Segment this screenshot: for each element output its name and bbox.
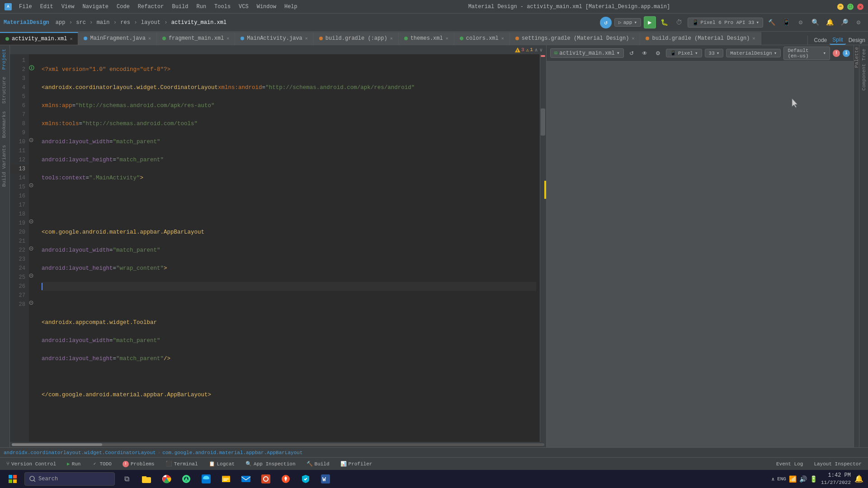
design-view-button[interactable]: Design: [846, 36, 868, 44]
component-tree-label[interactable]: Component Tree: [861, 49, 867, 90]
preview-refresh-button[interactable]: ↺: [627, 49, 637, 57]
tab-close[interactable]: ✕: [390, 36, 393, 41]
settings-button[interactable]: ⚙: [853, 17, 864, 28]
minimize-button[interactable]: −: [837, 4, 844, 10]
h-scroll-track[interactable]: [12, 443, 544, 446]
tab-close[interactable]: ✕: [226, 36, 229, 41]
preview-settings-button[interactable]: ⚙: [653, 49, 663, 57]
taskbar-chrome[interactable]: [158, 471, 175, 487]
preview-theme-selector[interactable]: MaterialDesign ▾: [726, 49, 781, 57]
avd-button[interactable]: 📱: [780, 17, 792, 28]
sdk-button[interactable]: ⚙: [795, 17, 807, 28]
breadcrumb-coordinator[interactable]: androidx.coordinatorlayout.widget.Coordi…: [4, 450, 156, 455]
pixel-selector[interactable]: 📱 Pixel 6 Pro API 33 ▾: [688, 18, 763, 28]
tab-build-gradle-app[interactable]: build.gradle (:app) ✕: [314, 32, 399, 45]
gutter-25[interactable]: [29, 271, 38, 280]
taskbar-search-button[interactable]: Search: [24, 472, 115, 486]
breadcrumb-file[interactable]: activity_main.xml: [171, 19, 226, 26]
tab-main-activity[interactable]: MainActivity.java ✕: [235, 32, 313, 45]
breadcrumb-appbar[interactable]: com.google.android.material.appbar.AppBa…: [162, 450, 302, 455]
notifications-button[interactable]: 🔔: [824, 17, 835, 28]
menu-help[interactable]: Help: [281, 3, 301, 11]
taskbar-files[interactable]: [218, 471, 234, 487]
breadcrumb-src[interactable]: src: [76, 19, 86, 26]
tab-close[interactable]: ✕: [70, 36, 72, 42]
menu-file[interactable]: File: [15, 3, 36, 11]
tab-close[interactable]: ✕: [446, 36, 448, 41]
menu-vcs[interactable]: VCS: [235, 3, 252, 11]
tab-settings-gradle[interactable]: settings.gradle (Material Design) ✕: [510, 32, 641, 45]
horizontal-scrollbar[interactable]: [10, 442, 546, 447]
build-variants-button[interactable]: 🔨: [766, 17, 778, 28]
gutter-28[interactable]: [29, 298, 38, 307]
version-control-button[interactable]: ⑂ Version Control: [4, 460, 59, 468]
menu-tools[interactable]: Tools: [211, 3, 234, 11]
notification-center-icon[interactable]: 🔔: [854, 474, 863, 483]
preview-api-selector[interactable]: 33 ▾: [705, 49, 724, 57]
problems-button[interactable]: ! Problems: [120, 460, 157, 468]
tray-battery[interactable]: 🔋: [810, 475, 817, 483]
layout-inspector-button[interactable]: Layout Inspector: [811, 460, 864, 468]
tab-colors[interactable]: colors.xml ✕: [454, 32, 510, 45]
menu-refactor[interactable]: Refactor: [134, 3, 168, 11]
taskbar-brave[interactable]: [278, 471, 294, 487]
code-view-button[interactable]: Code: [811, 36, 830, 44]
tab-close[interactable]: ✕: [148, 36, 151, 41]
code-text[interactable]: <?xml version="1.0" encoding="utf-8"?> <…: [38, 54, 540, 442]
menu-edit[interactable]: Edit: [37, 3, 57, 11]
taskbar-browser[interactable]: [198, 471, 214, 487]
preview-locale-selector[interactable]: Default (en-us) ▾: [783, 47, 830, 60]
project-panel-tab[interactable]: Project: [0, 45, 9, 73]
h-scroll-thumb[interactable]: [12, 443, 102, 446]
palette-label[interactable]: Palette: [854, 47, 859, 68]
taskbar-powerpoint[interactable]: [258, 471, 274, 487]
tab-close[interactable]: ✕: [632, 36, 634, 41]
bookmarks-panel-tab[interactable]: Bookmarks: [0, 108, 9, 141]
tray-lang[interactable]: ENG: [777, 476, 786, 482]
breadcrumb-res[interactable]: res: [120, 19, 130, 26]
run-panel-button[interactable]: ▶ Run: [64, 460, 83, 468]
clock[interactable]: 1:42 PM 11/27/2022: [821, 472, 851, 486]
menu-navigate[interactable]: Navigate: [79, 3, 112, 11]
tab-activity-main[interactable]: activity_main.xml ✕: [0, 32, 78, 45]
layout-inspect-button[interactable]: 🔍: [809, 17, 821, 28]
breadcrumb-layout[interactable]: layout: [141, 19, 160, 26]
scroll-thumb[interactable]: [541, 108, 545, 136]
breadcrumb-main[interactable]: main: [97, 19, 110, 26]
tray-up-icon[interactable]: ∧: [772, 476, 775, 482]
tab-fragment-main[interactable]: fragment_main.xml ✕: [157, 32, 235, 45]
gutter-19[interactable]: [29, 217, 38, 226]
gutter-10[interactable]: [29, 136, 38, 145]
menu-view[interactable]: View: [58, 3, 78, 11]
structure-panel-tab[interactable]: Structure: [0, 73, 9, 107]
gutter-15[interactable]: [29, 181, 38, 190]
breadcrumb-app[interactable]: app: [56, 19, 66, 26]
split-view-button[interactable]: Split: [830, 36, 845, 45]
menu-run[interactable]: Run: [193, 3, 210, 11]
task-view-button[interactable]: ⧉: [118, 471, 135, 487]
menu-window[interactable]: Window: [253, 3, 280, 11]
tab-close[interactable]: ✕: [501, 36, 504, 41]
collapse-btn[interactable]: ∧: [535, 47, 538, 53]
tab-themes[interactable]: themes.xml ✕: [399, 32, 454, 45]
terminal-button[interactable]: ⬛ Terminal: [163, 460, 201, 468]
taskbar-mail[interactable]: [238, 471, 254, 487]
sync-button[interactable]: ↺: [600, 17, 612, 28]
build-variants-panel-tab[interactable]: Build Variants: [0, 141, 9, 190]
todo-button[interactable]: ✓ TODO: [89, 460, 114, 468]
search-everywhere-button[interactable]: 🔎: [838, 17, 850, 28]
preview-device-selector[interactable]: 📱 Pixel ▾: [666, 49, 702, 57]
run-button[interactable]: ▶: [644, 16, 656, 28]
close-button[interactable]: ✕: [857, 4, 863, 10]
event-log-button[interactable]: Event Log: [774, 460, 806, 468]
profiler-button[interactable]: 📊 Profiler: [338, 460, 375, 468]
menu-build[interactable]: Build: [168, 3, 192, 11]
preview-file-selector[interactable]: ⊞ activity_main.xml ▾: [550, 48, 624, 58]
gutter-22[interactable]: [29, 244, 38, 253]
tray-volume[interactable]: 🔊: [799, 475, 807, 483]
debug-button[interactable]: 🐛: [659, 17, 670, 28]
preview-eye-button[interactable]: 👁: [639, 49, 650, 57]
maximize-button[interactable]: □: [847, 4, 854, 10]
start-button[interactable]: [5, 471, 21, 487]
tab-build-gradle-root[interactable]: build.gradle (Material Design) ✕: [640, 32, 761, 45]
